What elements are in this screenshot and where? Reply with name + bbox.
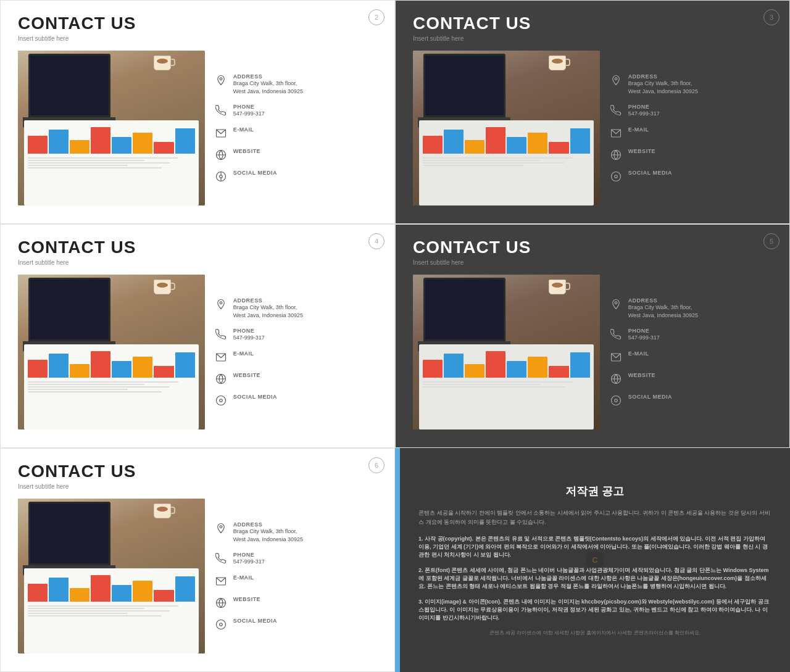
chart-text-lines-5 xyxy=(27,604,196,651)
bar xyxy=(507,361,526,377)
photo-bg-3 xyxy=(18,275,205,429)
bar xyxy=(112,585,131,601)
slide-5: 6 CONTACT US Insert subtitle here xyxy=(0,448,395,672)
bar xyxy=(528,133,547,154)
address-value-4: Braga City Walk, 3th floor,West Java, In… xyxy=(628,304,698,319)
cup-handle-1 xyxy=(170,59,175,66)
email-icon-4 xyxy=(610,351,622,363)
chart-text-lines-3 xyxy=(27,380,196,427)
bar xyxy=(28,584,48,602)
chart-bars-1 xyxy=(27,123,196,155)
copyright-section-title-1: 1. 사작 공(copyright). 본은 콘텐츠의 유료 및 서적으로 콘텐… xyxy=(418,535,771,559)
slide-title-2: CONTACT US xyxy=(413,14,772,33)
text-line xyxy=(28,610,170,612)
social-icon-1 xyxy=(215,170,227,183)
bar xyxy=(49,578,69,601)
cup-handle-3 xyxy=(170,283,175,290)
copyright-section-title-3: 3. 이미지(image) & 아이콘(Icon). 콘텐츠 내에 이미지는 이… xyxy=(418,598,771,622)
paper-chart-4 xyxy=(419,344,594,429)
bar xyxy=(70,588,89,602)
svg-point-19 xyxy=(219,399,222,402)
contact-email-text-2: E-mail xyxy=(628,127,649,133)
contact-email-1: E-mail xyxy=(215,127,377,139)
cup-handle-5 xyxy=(170,507,175,514)
slide-subtitle-2: Insert subtitle here xyxy=(413,35,772,42)
contact-address-text-5: Address Braga City Walk, 3th floor,West … xyxy=(233,521,303,543)
bar xyxy=(154,590,173,602)
contact-social-text-3: Social Media xyxy=(233,394,277,400)
bar xyxy=(175,128,195,154)
phone-label-1: Phone xyxy=(233,104,265,110)
text-line xyxy=(423,157,573,159)
address-value-5: Braga City Walk, 3th floor,West Java, In… xyxy=(233,528,303,543)
slide-3: 4 CONTACT US Insert subtitle here xyxy=(0,224,395,448)
contact-email-text-4: E-mail xyxy=(628,351,649,357)
slide-content-3: Address Braga City Walk, 3th floor,West … xyxy=(18,275,377,429)
address-value-3: Braga City Walk, 3th floor,West Java, In… xyxy=(233,304,303,319)
contact-phone-text-5: Phone 547-999-317 xyxy=(233,552,265,566)
contact-address-3: Address Braga City Walk, 3th floor,West … xyxy=(215,297,377,319)
contact-phone-5: Phone 547-999-317 xyxy=(215,552,377,566)
contact-email-2: E-mail xyxy=(610,127,772,139)
text-line xyxy=(28,615,162,616)
phone-icon-3 xyxy=(215,328,227,341)
slide-4: 5 CONTACT US Insert subtitle here xyxy=(395,224,790,448)
text-line xyxy=(423,381,573,383)
contact-info-1: Address Braga City Walk, 3th floor,West … xyxy=(215,51,377,205)
location-icon-1 xyxy=(215,74,227,86)
contact-social-4: Social Media xyxy=(610,394,772,407)
contact-address-text-1: Address Braga City Walk, 3th floor,West … xyxy=(233,73,303,95)
text-line xyxy=(423,165,523,166)
photo-bg-5 xyxy=(18,499,205,653)
text-line xyxy=(28,162,170,164)
bar xyxy=(112,361,131,377)
slide-2: 3 CONTACT US Insert subtitle here xyxy=(395,0,790,224)
laptop-screen-3 xyxy=(28,278,110,342)
svg-point-18 xyxy=(216,396,225,405)
social-label-5: Social Media xyxy=(233,618,277,624)
coffee-cup-2 xyxy=(549,56,566,75)
bar xyxy=(133,581,152,602)
website-label-2: Website xyxy=(628,148,656,154)
bar xyxy=(91,351,110,378)
text-line xyxy=(28,157,178,159)
website-icon-4 xyxy=(610,373,622,385)
text-line xyxy=(423,384,539,385)
bar xyxy=(91,127,110,154)
copyright-section-title-2: 2. 폰트(font) 콘텐츠 세세에 사이에, 첨금 폰느는 네이버 나눔글꼴… xyxy=(418,566,771,591)
contact-email-3: E-mail xyxy=(215,351,377,363)
cup-body-3 xyxy=(154,280,171,294)
slide-number-1: 2 xyxy=(368,9,385,25)
contact-social-5: Social Media xyxy=(215,618,377,631)
bar xyxy=(423,136,443,154)
slide-content-2: Address Braga City Walk, 3th floor,West … xyxy=(413,51,772,205)
phone-label-5: Phone xyxy=(233,552,265,558)
slide-subtitle-1: Insert subtitle here xyxy=(18,35,377,42)
bar xyxy=(175,352,195,378)
cup-body-1 xyxy=(154,56,171,70)
slide-1: 2 CONTACT US Insert subtitle here xyxy=(0,0,395,224)
contact-website-text-1: Website xyxy=(233,148,261,154)
slide-title-5: CONTACT US xyxy=(18,462,377,481)
copyright-footer: 콘텐츠 세공 라이센스에 더한 세세한 사항은 홈에이지에서 사세한 콘텐츠라이… xyxy=(418,629,771,636)
cup-handle-2 xyxy=(565,59,570,66)
slide-subtitle-4: Insert subtitle here xyxy=(413,259,772,266)
cup-handle-4 xyxy=(565,283,570,290)
email-label-1: E-mail xyxy=(233,127,254,133)
phone-value-4: 547-999-317 xyxy=(628,334,660,342)
coffee-cup-1 xyxy=(154,56,171,75)
slide-image-4 xyxy=(413,275,600,429)
svg-point-8 xyxy=(615,78,617,80)
bar xyxy=(133,357,152,378)
contact-phone-text-4: Phone 547-999-317 xyxy=(628,328,660,342)
contact-info-4: Address Braga City Walk, 3th floor,West … xyxy=(610,275,772,429)
bar xyxy=(507,137,526,153)
cup-body-5 xyxy=(154,504,171,518)
bar xyxy=(175,576,195,602)
contact-email-4: E-mail xyxy=(610,351,772,363)
svg-point-5 xyxy=(219,175,222,178)
copyright-section-1: 1. 사작 공(copyright). 본은 콘텐츠의 유료 및 서적으로 콘텐… xyxy=(418,535,771,559)
laptop-screen-2 xyxy=(423,54,505,118)
text-line xyxy=(28,165,128,166)
text-line xyxy=(28,381,178,383)
